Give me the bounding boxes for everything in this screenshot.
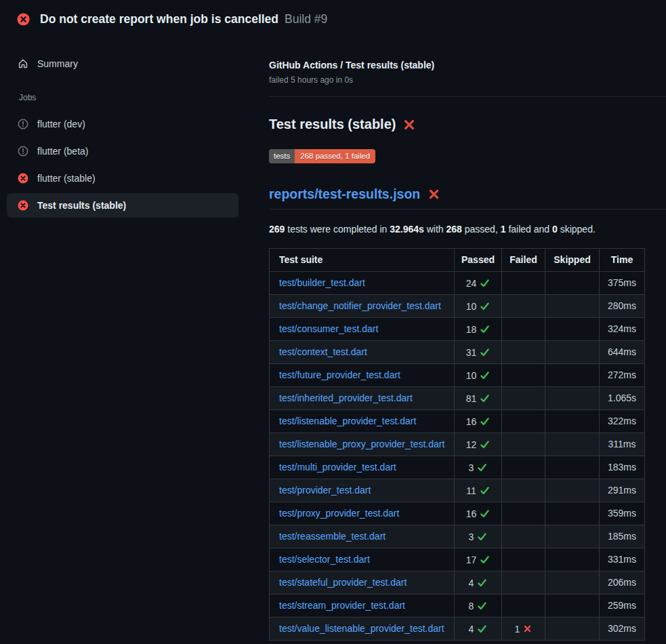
suite-link[interactable]: test/change_notifier_provider_test.dart [279, 300, 441, 311]
suite-link[interactable]: test/stateful_provider_test.dart [279, 577, 407, 588]
suite-cell: test/inherited_provider_test.dart [270, 386, 455, 409]
sidebar-item-summary[interactable]: Summary [7, 54, 238, 73]
passed-cell: 16 [455, 502, 502, 525]
check-icon [477, 578, 487, 588]
job-label: flutter (beta) [37, 146, 88, 157]
section-divider [269, 96, 666, 97]
passed-cell-count: 81 [466, 393, 491, 404]
count-value: 81 [466, 393, 477, 404]
table-row: test/multi_provider_test.dart3183ms [270, 456, 645, 479]
passed-cell: 10 [455, 363, 502, 386]
skipped-cell [545, 340, 600, 363]
x-circle-fill-icon [18, 173, 28, 184]
count-value: 17 [466, 555, 477, 565]
failed-cell [502, 479, 545, 502]
count-value: 1 [515, 624, 520, 635]
passed-cell: 10 [455, 294, 502, 317]
failed-cell-count: 1 [515, 624, 533, 635]
passed-cell: 4 [455, 571, 502, 594]
check-title-text: Test results (stable) [269, 117, 396, 132]
skipped-cell [545, 294, 600, 317]
passed-cell-count: 16 [466, 508, 491, 519]
passed-cell: 3 [455, 456, 502, 479]
column-header-time: Time [600, 248, 645, 271]
stop-octagon-icon [18, 146, 28, 157]
home-icon [18, 58, 28, 69]
suite-link[interactable]: test/stream_provider_test.dart [279, 600, 405, 611]
table-row: test/value_listenable_provider_test.dart… [270, 617, 645, 640]
suite-link[interactable]: test/selector_test.dart [279, 554, 370, 565]
page-title: Do not create report when job is cancell… [40, 12, 327, 26]
time-cell: 644ms [600, 340, 645, 363]
failed-cell [502, 317, 545, 340]
suite-link[interactable]: test/consumer_test.dart [279, 323, 378, 334]
suite-link[interactable]: test/value_listenable_provider_test.dart [279, 623, 444, 634]
check-icon [477, 462, 487, 472]
count-value: 18 [466, 324, 477, 335]
summary-number: 1 [501, 224, 506, 235]
passed-cell-count: 8 [469, 601, 488, 611]
skipped-cell [545, 617, 600, 640]
suite-link[interactable]: test/reassemble_test.dart [279, 531, 386, 542]
suite-cell: test/context_test.dart [270, 340, 455, 363]
count-value: 4 [469, 578, 474, 588]
job-label: Test results (stable) [37, 200, 126, 211]
passed-cell-count: 12 [466, 439, 491, 450]
sidebar: Summary Jobs flutter (dev)flutter (beta)… [0, 38, 269, 220]
table-row: test/context_test.dart31644ms [270, 340, 645, 363]
sidebar-item-test-results-stable[interactable]: Test results (stable) [7, 193, 238, 218]
table-row: test/provider_test.dart11291ms [270, 479, 645, 502]
check-icon [477, 601, 487, 611]
skipped-cell [545, 409, 600, 432]
skipped-cell [545, 594, 600, 617]
skipped-cell [545, 479, 600, 502]
time-cell: 1.065s [600, 386, 645, 409]
suite-cell: test/future_provider_test.dart [270, 363, 455, 386]
test-results-table: Test suitePassedFailedSkippedTime test/b… [269, 248, 645, 641]
sidebar-item-flutter-stable[interactable]: flutter (stable) [7, 166, 238, 190]
check-icon [480, 393, 490, 403]
report-file-link[interactable]: reports/test-results.json [269, 186, 420, 202]
suite-link[interactable]: test/listenable_provider_test.dart [279, 416, 416, 426]
x-icon [523, 624, 532, 633]
check-icon [480, 508, 490, 519]
table-row: test/change_notifier_provider_test.dart1… [270, 294, 645, 317]
time-cell: 259ms [600, 594, 645, 617]
suite-link[interactable]: test/inherited_provider_test.dart [279, 393, 413, 403]
check-icon [477, 624, 487, 634]
summary-text: with [424, 224, 446, 235]
suite-link[interactable]: test/context_test.dart [279, 346, 367, 357]
table-row: test/builder_test.dart24375ms [270, 271, 645, 294]
sidebar-item-flutter-beta[interactable]: flutter (beta) [7, 139, 238, 163]
time-cell: 375ms [600, 271, 645, 294]
sidebar-item-flutter-dev[interactable]: flutter (dev) [7, 112, 238, 136]
count-value: 3 [469, 531, 474, 542]
check-icon [480, 347, 490, 357]
build-title-text: Do not create report when job is cancell… [40, 12, 278, 26]
passed-cell-count: 3 [469, 462, 488, 473]
count-value: 3 [469, 462, 474, 473]
passed-cell-count: 4 [469, 578, 488, 588]
passed-cell-count: 10 [466, 370, 491, 381]
job-label: flutter (stable) [37, 173, 96, 184]
check-icon [480, 416, 490, 426]
failed-cross-icon [403, 119, 415, 131]
job-label: flutter (dev) [37, 119, 85, 129]
check-icon [480, 324, 490, 334]
time-cell: 280ms [600, 294, 645, 317]
suite-link[interactable]: test/future_provider_test.dart [279, 369, 400, 380]
passed-cell: 16 [455, 409, 502, 432]
passed-cell-count: 11 [466, 485, 490, 496]
failed-cell [502, 525, 545, 548]
suite-link[interactable]: test/multi_provider_test.dart [279, 462, 396, 472]
suite-link[interactable]: test/provider_test.dart [279, 485, 371, 496]
time-cell: 206ms [600, 571, 645, 594]
passed-cell-count: 31 [466, 347, 491, 358]
failed-cell: 1 [502, 617, 545, 640]
time-cell: 185ms [600, 525, 645, 548]
suite-link[interactable]: test/builder_test.dart [279, 277, 365, 288]
passed-cell: 18 [455, 317, 502, 340]
suite-link[interactable]: test/listenable_proxy_provider_test.dart [279, 439, 444, 449]
suite-link[interactable]: test/proxy_provider_test.dart [279, 508, 399, 519]
table-row: test/listenable_proxy_provider_test.dart… [270, 432, 645, 456]
